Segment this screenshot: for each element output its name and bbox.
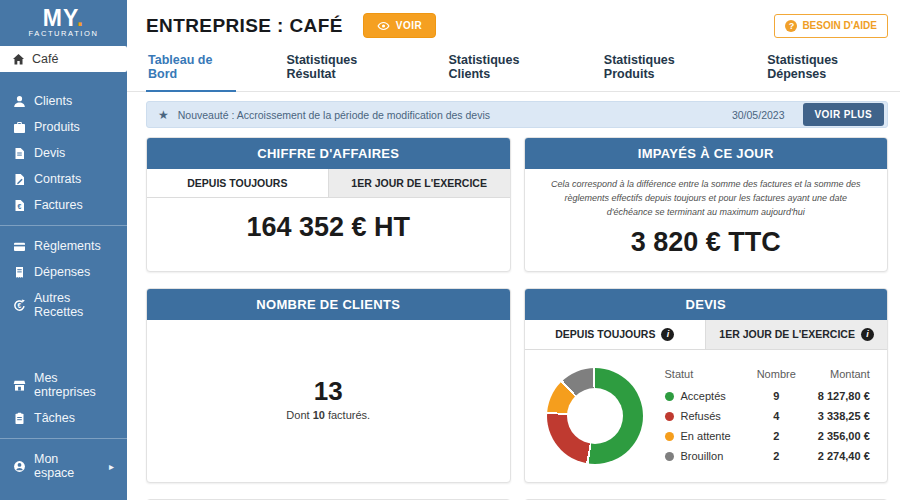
legend-count: 4 (731, 406, 796, 426)
tab-depuis-toujours[interactable]: DEPUIS TOUJOURS i (525, 320, 706, 349)
sidebar-item-factures[interactable]: € Factures (0, 192, 127, 218)
card-title: DEVIS (525, 289, 888, 320)
receipt-icon (13, 266, 26, 279)
devis-legend-table: StatutNombreMontant Acceptés98 127,80 €R… (665, 366, 870, 466)
sidebar-item-contrats[interactable]: Contrats (0, 166, 127, 192)
document-icon (13, 147, 26, 160)
sidebar: MY. FACTURATION Café Clients Produits De… (0, 0, 127, 500)
card-title: IMPAYÉS À CE JOUR (525, 138, 888, 169)
user-circle-icon (13, 460, 26, 473)
besoin-aide-button[interactable]: ? BESOIN D'AIDE (774, 14, 888, 38)
sidebar-item-label: Contrats (34, 172, 81, 186)
eye-icon (377, 21, 390, 31)
card-title: CHIFFRE D'AFFAIRES (147, 138, 510, 169)
sidebar-item-label: Factures (34, 198, 83, 212)
tab-1er-jour-exercice[interactable]: 1ER JOUR DE L'EXERCICE (328, 169, 510, 197)
legend-count: 9 (731, 386, 796, 406)
sidebar-item-label: Autres Recettes (34, 291, 114, 319)
sidebar-nav: Clients Produits Devis Contrats € Factur… (0, 88, 127, 325)
devis-chart-area: StatutNombreMontant Acceptés98 127,80 €R… (525, 350, 888, 482)
logo-dot: . (77, 5, 84, 31)
tab-statistiques-clients[interactable]: Statistiques Clients (447, 53, 554, 91)
sidebar-item-reglements[interactable]: Règlements (0, 233, 127, 259)
impayes-body: Cela correspond à la différence entre la… (525, 169, 888, 271)
document-pen-icon (13, 173, 26, 186)
sidebar-item-label: Mon espace (34, 452, 101, 480)
sidebar-bottom-nav: Mes entreprises Tâches Mon espace ▸ (0, 365, 127, 486)
legend-dot-icon (665, 412, 674, 421)
content: ★ Nouveauté : Accroissement de la périod… (127, 92, 900, 500)
legend-body: Acceptés98 127,80 €Refusés43 338,25 €En … (665, 386, 870, 466)
sidebar-item-mes-entreprises[interactable]: Mes entreprises (0, 365, 127, 405)
svg-text:€: € (17, 302, 21, 309)
legend-header: Statut (665, 366, 731, 386)
refresh-euro-icon: € (13, 299, 26, 312)
sidebar-item-clients[interactable]: Clients (0, 88, 127, 114)
info-icon[interactable]: i (661, 328, 674, 341)
main-area: ENTREPRISE : CAFÉ VOIR ? BESOIN D'AIDE T… (127, 0, 900, 500)
sidebar-item-depenses[interactable]: Dépenses (0, 259, 127, 285)
banner-text: Nouveauté : Accroissement de la période … (178, 109, 723, 121)
sidebar-item-autres-recettes[interactable]: € Autres Recettes (0, 285, 127, 325)
voir-plus-button[interactable]: VOIR PLUS (803, 103, 885, 126)
voir-button-label: VOIR (396, 20, 422, 31)
card-tabs: DEPUIS TOUJOURS 1ER JOUR DE L'EXERCICE (147, 169, 510, 198)
legend-amount: 8 127,80 € (796, 386, 870, 406)
sidebar-item-cafe-selected[interactable]: Café (0, 46, 127, 72)
legend-count: 2 (731, 426, 796, 446)
home-icon (12, 53, 25, 66)
info-icon[interactable]: i (861, 328, 874, 341)
tab-1er-jour-exercice[interactable]: 1ER JOUR DE L'EXERCICE i (705, 320, 887, 349)
sidebar-item-taches[interactable]: Tâches (0, 405, 127, 431)
logo-subtext: FACTURATION (8, 29, 119, 38)
sidebar-item-devis[interactable]: Devis (0, 140, 127, 166)
sidebar-item-label: Règlements (34, 239, 101, 253)
clients-count: 13 (314, 376, 343, 407)
legend-row: Brouillon22 274,40 € (665, 446, 870, 466)
sidebar-item-produits[interactable]: Produits (0, 114, 127, 140)
card-chiffre-affaires: CHIFFRE D'AFFAIRES DEPUIS TOUJOURS 1ER J… (146, 137, 511, 272)
tab-depuis-toujours[interactable]: DEPUIS TOUJOURS (147, 169, 328, 197)
news-banner: ★ Nouveauté : Accroissement de la périod… (146, 101, 888, 128)
tab-bar: Tableau de Bord Statistiques Résultat St… (127, 53, 900, 92)
sidebar-item-label: Tâches (34, 411, 75, 425)
legend-row: En attente22 356,00 € (665, 426, 870, 446)
voir-button[interactable]: VOIR (363, 13, 436, 38)
tab-statistiques-resultat[interactable]: Statistiques Résultat (284, 53, 398, 91)
card-nombre-clients: NOMBRE DE CLIENTS 13 Dont 10 facturés. (146, 288, 511, 483)
clients-subtext: Dont 10 facturés. (286, 409, 370, 421)
logo-text: MY. (8, 6, 119, 30)
card-tabs: DEPUIS TOUJOURS i 1ER JOUR DE L'EXERCICE… (525, 320, 888, 350)
question-icon: ? (785, 20, 797, 32)
legend-header: Montant (796, 366, 870, 386)
app-logo[interactable]: MY. FACTURATION (0, 0, 127, 46)
tab-tableau-de-bord[interactable]: Tableau de Bord (146, 53, 236, 92)
legend-status: Brouillon (665, 446, 731, 466)
sidebar-divider (0, 225, 127, 226)
sidebar-item-label: Devis (34, 146, 65, 160)
legend-count: 2 (731, 446, 796, 466)
impayes-value: 3 820 € TTC (551, 220, 862, 258)
legend-amount: 2 356,00 € (796, 426, 870, 446)
tab-statistiques-depenses[interactable]: Statistiques Dépenses (765, 53, 888, 91)
sidebar-item-label: Dépenses (34, 265, 90, 279)
legend-head-row: StatutNombreMontant (665, 366, 870, 386)
sidebar-item-mon-espace[interactable]: Mon espace ▸ (0, 446, 127, 486)
legend-dot-icon (665, 452, 674, 461)
tab-label: DEPUIS TOUJOURS (555, 328, 655, 340)
page-title: ENTREPRISE : CAFÉ (146, 15, 343, 37)
briefcase-icon (13, 121, 26, 134)
chevron-right-icon: ▸ (109, 461, 114, 472)
sidebar-divider (0, 438, 127, 439)
tab-statistiques-produits[interactable]: Statistiques Produits (602, 53, 717, 91)
sidebar-item-label: Mes entreprises (34, 371, 114, 399)
card-impayes: IMPAYÉS À CE JOUR Cela correspond à la d… (524, 137, 889, 272)
sidebar-item-label: Clients (34, 94, 72, 108)
wallet-icon (13, 240, 26, 253)
chiffre-affaires-value: 164 352 € HT (147, 198, 510, 256)
clients-body: 13 Dont 10 facturés. (147, 320, 510, 477)
banner-date: 30/05/2023 (732, 109, 785, 121)
legend-amount: 2 274,40 € (796, 446, 870, 466)
legend-status: Refusés (665, 406, 731, 426)
sidebar-item-label: Produits (34, 120, 80, 134)
